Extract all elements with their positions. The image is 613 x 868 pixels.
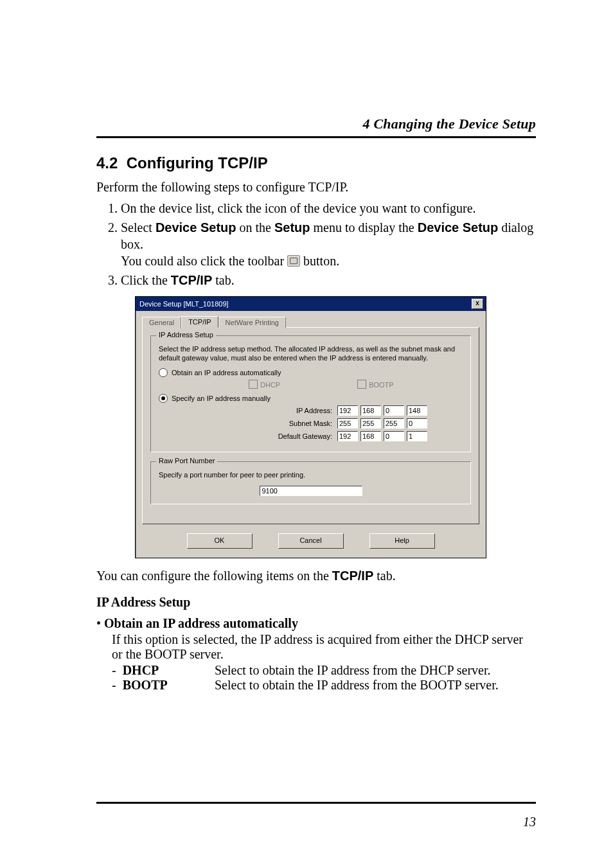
tab-tcpip[interactable]: TCP/IP [181, 316, 218, 328]
ip-setup-description: Select the IP address setup method. The … [159, 345, 463, 363]
dialog-title-text: Device Setup [MLT_101809] [139, 300, 229, 308]
legend-raw-port: Raw Port Number [156, 457, 217, 465]
radio-auto-label: Obtain an IP address automatically [172, 369, 281, 376]
ip-octet-3[interactable]: 0 [384, 405, 404, 416]
tab-general[interactable]: General [142, 317, 181, 328]
group-raw-port: Raw Port Number Specify a port number fo… [150, 461, 471, 505]
def-bootp: - BOOTP Select to obtain the IP address … [112, 678, 536, 693]
radio-auto[interactable] [159, 368, 168, 377]
device-setup-dialog: Device Setup [MLT_101809] x General TCP/… [135, 296, 486, 558]
label-tcpip-tab: TCP/IP [171, 273, 212, 287]
footer-rule [96, 802, 536, 804]
radio-manual-label: Specify an IP address manually [172, 394, 271, 402]
ip-octet-1[interactable]: 192 [337, 405, 358, 416]
label-default-gateway: Default Gateway: [255, 432, 337, 440]
close-icon[interactable]: x [472, 299, 483, 309]
checkbox-dhcp: DHCP [249, 380, 280, 389]
term-bootp: BOOTP [123, 678, 168, 692]
cancel-button[interactable]: Cancel [278, 533, 344, 549]
step-2-note-b: button. [300, 254, 339, 268]
label-device-setup-2: Device Setup [418, 220, 499, 235]
legend-ip-setup: IP Address Setup [156, 331, 216, 339]
tab-netware[interactable]: NetWare Printing [218, 317, 286, 328]
gw-octet-2[interactable]: 168 [360, 431, 381, 441]
tab-panel: IP Address Setup Select the IP address s… [142, 327, 479, 524]
radio-manual-row[interactable]: Specify an IP address manually [159, 394, 463, 403]
ok-button[interactable]: OK [187, 533, 253, 549]
mask-octet-2[interactable]: 255 [360, 418, 381, 429]
page-number: 13 [523, 815, 536, 829]
mask-octet-3[interactable]: 255 [384, 418, 404, 429]
radio-auto-row[interactable]: Obtain an IP address automatically [159, 368, 463, 377]
step-2-note-a: You could also click the toolbar [121, 254, 287, 268]
term-dhcp: DHCP [123, 663, 159, 677]
header-rule [96, 136, 536, 138]
step-1: On the device list, click the icon of th… [121, 200, 536, 217]
section-number: 4.2 [96, 154, 118, 172]
label-tcpip-inline: TCP/IP [332, 569, 373, 583]
label-setup-menu: Setup [274, 220, 310, 235]
def-dhcp: - DHCP Select to obtain the IP address f… [112, 663, 536, 678]
step-list: On the device list, click the icon of th… [96, 200, 536, 288]
checkbox-bootp: BOOTP [357, 380, 394, 389]
section-title: Configuring TCP/IP [127, 154, 268, 172]
bullet-obtain-auto-body: If this option is selected, the IP addre… [112, 632, 536, 662]
section-heading: 4.2 Configuring TCP/IP [96, 154, 536, 172]
label-ip-address: IP Address: [255, 407, 337, 414]
intro-text: Perform the following steps to configure… [96, 180, 536, 195]
gw-octet-1[interactable]: 192 [337, 431, 358, 441]
raw-port-input[interactable]: 9100 [260, 486, 362, 496]
subhead-ip-address-setup: IP Address Setup [96, 595, 536, 610]
checkbox-bootp-box [357, 380, 366, 389]
desc-dhcp: Select to obtain the IP address from the… [215, 663, 536, 678]
label-subnet-mask: Subnet Mask: [255, 420, 337, 427]
dialog-titlebar[interactable]: Device Setup [MLT_101809] x [136, 297, 486, 311]
after-dialog-note: You can configure the following items on… [96, 569, 536, 583]
mask-octet-1[interactable]: 255 [337, 418, 358, 429]
label-device-setup: Device Setup [155, 220, 236, 235]
raw-port-description: Specify a port number for peer to peer p… [159, 471, 463, 480]
help-button[interactable]: Help [369, 533, 435, 549]
tab-strip: General TCP/IP NetWare Printing [142, 316, 479, 328]
desc-bootp: Select to obtain the IP address from the… [215, 678, 536, 693]
mask-octet-4[interactable]: 0 [407, 418, 427, 429]
ip-octet-4[interactable]: 148 [407, 405, 427, 416]
bullet-obtain-auto: • Obtain an IP address automatically [96, 616, 536, 631]
radio-manual[interactable] [159, 394, 168, 403]
running-header: 4 Changing the Device Setup [363, 116, 536, 132]
step-2: Select Device Setup on the Setup menu to… [121, 219, 536, 269]
checkbox-dhcp-box [249, 380, 258, 389]
gw-octet-4[interactable]: 1 [407, 431, 427, 441]
step-3: Click the TCP/IP tab. [121, 272, 536, 288]
ip-octet-2[interactable]: 168 [360, 405, 381, 416]
gw-octet-3[interactable]: 0 [384, 431, 404, 441]
toolbar-setup-icon [287, 255, 300, 267]
group-ip-address-setup: IP Address Setup Select the IP address s… [150, 335, 471, 452]
